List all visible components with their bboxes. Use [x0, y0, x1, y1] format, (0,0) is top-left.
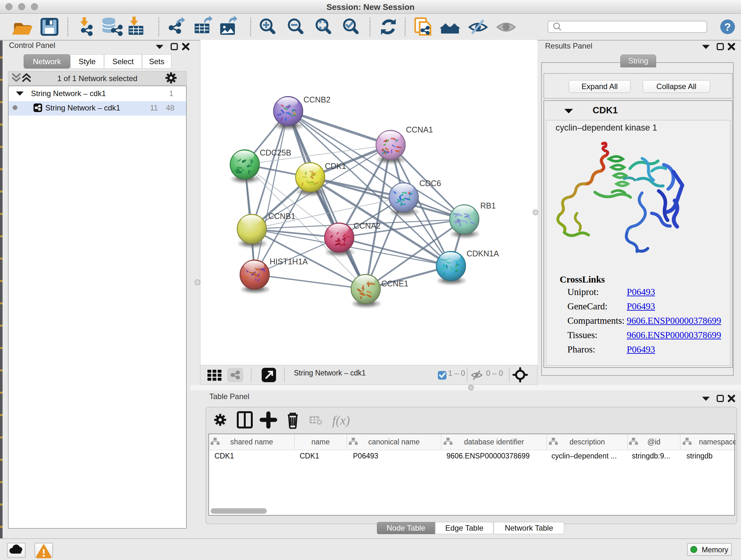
svg-text:CDKN1A: CDKN1A	[467, 249, 499, 258]
svg-text:CDK1: CDK1	[325, 162, 346, 171]
svg-text:CCNB1: CCNB1	[268, 212, 295, 221]
svg-text:CCNA2: CCNA2	[354, 221, 381, 230]
svg-text:RB1: RB1	[480, 201, 496, 210]
svg-text:CDC25B: CDC25B	[260, 148, 291, 157]
svg-text:?: ?	[724, 21, 731, 33]
svg-text:CCNB2: CCNB2	[304, 95, 331, 104]
svg-text:CCNA1: CCNA1	[406, 125, 433, 134]
svg-text:CCNE1: CCNE1	[381, 279, 408, 288]
svg-text:CDC6: CDC6	[419, 179, 441, 188]
svg-text:HIST1H1A: HIST1H1A	[270, 257, 308, 266]
